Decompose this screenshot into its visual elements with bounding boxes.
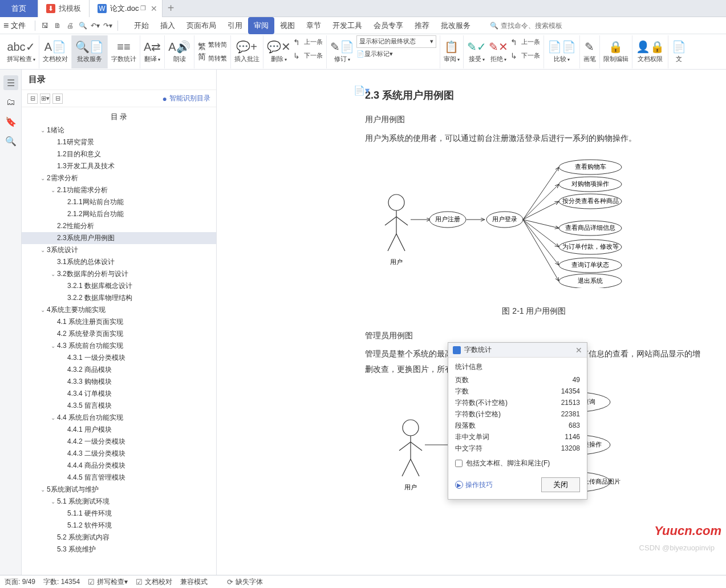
toc-item[interactable]: ⌄4.3 系统前台功能实现 [22, 340, 216, 352]
word-count-button[interactable]: ≡≡字数统计 [108, 35, 140, 68]
hamburger-icon[interactable]: ≡ [3, 21, 9, 31]
toc-item[interactable]: ⌄5系统测试与维护 [22, 484, 216, 496]
menu-tab-2[interactable]: 页面布局 [181, 17, 222, 34]
toc-item[interactable]: 5.3 系统维护 [22, 544, 216, 555]
prev-comment-button[interactable]: ↰上一条 [293, 35, 323, 49]
undo-icon[interactable]: ↶▾ [89, 19, 102, 32]
delete-comment-button[interactable]: 💬✕删除▾ [267, 35, 293, 68]
toc-item[interactable]: 4.1 系统注册页面实现 [22, 316, 216, 328]
chevron-down-icon[interactable]: ⌄ [39, 486, 47, 493]
status-proof[interactable]: ☑文档校对 [136, 577, 172, 587]
expand-level-button[interactable]: ⊞▾ [40, 94, 50, 104]
menu-tab-1[interactable]: 插入 [155, 17, 181, 34]
command-search[interactable]: 🔍 [490, 22, 581, 30]
redo-icon[interactable]: ↷▾ [102, 19, 114, 32]
simp-to-trad-button[interactable]: 简转繁 [208, 52, 227, 66]
toc-item[interactable]: 4.3.4 订单模块 [22, 388, 216, 400]
file-menu[interactable]: 文件 [11, 21, 26, 31]
bookmark-button[interactable]: 🔖 [3, 114, 18, 129]
toc-item[interactable]: 5.2 系统测试内容 [22, 532, 216, 544]
toc-item[interactable]: 4.4.1 用户模块 [22, 424, 216, 436]
spellcheck-button[interactable]: abc✓拼写检查▾ [3, 35, 39, 68]
menu-tab-9[interactable]: 推荐 [409, 17, 435, 34]
menu-tab-4[interactable]: 审阅 [248, 17, 274, 34]
toc-item[interactable]: 2.3系统用户用例图 [22, 232, 216, 244]
pen-button[interactable]: ✎画笔 [580, 35, 600, 68]
dialog-title-bar[interactable]: 字数统计 ✕ [448, 343, 587, 358]
translate-button[interactable]: A⇄翻译▾ [140, 35, 165, 68]
next-comment-button[interactable]: ↳下一条 [293, 49, 323, 63]
toc-item[interactable]: 4.2 系统登录页面实现 [22, 328, 216, 340]
toc-item[interactable]: 4.4.5 留言管理模块 [22, 472, 216, 484]
menu-tab-5[interactable]: 视图 [274, 17, 301, 34]
search-input[interactable] [501, 22, 581, 30]
expand-all-button[interactable]: ⊟ [52, 94, 63, 104]
chevron-down-icon[interactable]: ⌄ [39, 307, 47, 313]
toc-item[interactable]: 2.1.2网站后台功能 [22, 208, 216, 220]
tab-home[interactable]: 首页 [0, 0, 38, 17]
next-change-button[interactable]: ↳下一条 [510, 49, 540, 63]
read-aloud-button[interactable]: A🔊朗读 [165, 35, 194, 68]
menu-tab-10[interactable]: 批改服务 [435, 17, 476, 34]
outline-tree[interactable]: 目 录 ⌄1绪论1.1研究背景1.2目的和意义1.3开发工具及技术⌄2需求分析⌄… [22, 107, 216, 575]
chevron-down-icon[interactable]: ⌄ [49, 187, 57, 193]
toc-item[interactable]: 2.2性能分析 [22, 220, 216, 232]
toc-item[interactable]: 4.4.2 一级分类模块 [22, 436, 216, 448]
menu-tab-7[interactable]: 开发工具 [327, 17, 368, 34]
toc-item[interactable]: 3.2.1 数据库概念设计 [22, 280, 216, 292]
toc-item[interactable]: ⌄4.4 系统后台功能实现 [22, 412, 216, 424]
include-textbox-checkbox-row[interactable]: 包括文本框、脚注和尾注(F) [455, 459, 580, 468]
toc-item[interactable]: ⌄3.2数据库的分析与设计 [22, 268, 216, 280]
tab-template[interactable]: ⬇ 找模板 [38, 0, 90, 17]
toc-item[interactable]: 4.3.1 一级分类模块 [22, 352, 216, 364]
accept-button[interactable]: ✎✓接受▾ [467, 35, 489, 68]
close-tab-icon[interactable]: ✕ [151, 4, 157, 13]
chevron-down-icon[interactable]: ⌄ [39, 247, 47, 253]
toc-root-label[interactable]: 目 录 [22, 110, 216, 124]
prev-change-button[interactable]: ↰上一条 [510, 35, 540, 49]
insert-comment-button[interactable]: 💬+插入批注 [231, 35, 263, 68]
restore-window-icon[interactable]: ❐ [140, 5, 146, 12]
toc-item[interactable]: ⌄2.1功能需求分析 [22, 184, 216, 196]
menu-tab-3[interactable]: 引用 [222, 17, 248, 34]
tab-document[interactable]: W 论文.doc ❐ ✕ [90, 0, 163, 17]
toc-item[interactable]: 5.1.1 硬件环境 [22, 508, 216, 520]
save-as-icon[interactable]: 🗎 [51, 19, 64, 32]
toc-item[interactable]: 1.1研究背景 [22, 136, 216, 148]
status-wordcount[interactable]: 字数: 14354 [43, 577, 80, 587]
toc-item[interactable]: 4.4.4 商品分类模块 [22, 460, 216, 472]
smart-recognize-toc-button[interactable]: 智能识别目录 [163, 94, 210, 103]
chevron-down-icon[interactable]: ⌄ [49, 343, 57, 349]
status-page[interactable]: 页面: 9/49 [5, 577, 35, 587]
toc-item[interactable]: ⌄5.1 系统测试环境 [22, 496, 216, 508]
tips-link[interactable]: 操作技巧 [455, 480, 493, 490]
status-missing-font[interactable]: ⟳缺失字体 [227, 577, 263, 587]
toc-item[interactable]: 3.1系统的总体设计 [22, 256, 216, 268]
bookmark-list-button[interactable]: 🗂 [3, 95, 18, 110]
include-textbox-checkbox[interactable] [455, 460, 463, 467]
toc-item[interactable]: 4.4.3 二级分类模块 [22, 448, 216, 460]
new-tab-button[interactable]: + [163, 0, 180, 17]
review-pane-button[interactable]: 📋审阅▾ [440, 35, 464, 68]
track-changes-button[interactable]: ✎📄修订▾ [330, 35, 356, 68]
correction-service-button[interactable]: 🔍📄批改服务 [72, 35, 108, 68]
protect-button[interactable]: 📄文 [668, 35, 690, 68]
toc-item[interactable]: 1.2目的和意义 [22, 148, 216, 160]
toc-item[interactable]: ⌄1绪论 [22, 124, 216, 136]
toc-item[interactable]: 4.3.3 购物模块 [22, 376, 216, 388]
menu-tab-6[interactable]: 章节 [301, 17, 327, 34]
toc-item[interactable]: 2.1.1网站前台功能 [22, 196, 216, 208]
outline-panel-button[interactable]: ☰ [3, 75, 18, 90]
trad-to-simp-button[interactable]: 繁转简 [208, 38, 227, 52]
print-icon[interactable]: 🖨 [64, 19, 76, 32]
menu-tab-0[interactable]: 开始 [128, 17, 155, 34]
toc-item[interactable]: ⌄2需求分析 [22, 172, 216, 184]
chevron-down-icon[interactable]: ⌄ [39, 127, 47, 133]
toc-item[interactable]: 1.3开发工具及技术 [22, 160, 216, 172]
chevron-down-icon[interactable]: ⌄ [39, 175, 47, 181]
chevron-down-icon[interactable]: ⌄ [49, 498, 57, 505]
print-preview-icon[interactable]: 🔍 [76, 19, 89, 32]
collapse-all-button[interactable]: ⊟ [27, 94, 38, 104]
toc-item[interactable]: 4.3.2 商品模块 [22, 364, 216, 376]
chevron-down-icon[interactable]: ⌄ [49, 271, 57, 277]
